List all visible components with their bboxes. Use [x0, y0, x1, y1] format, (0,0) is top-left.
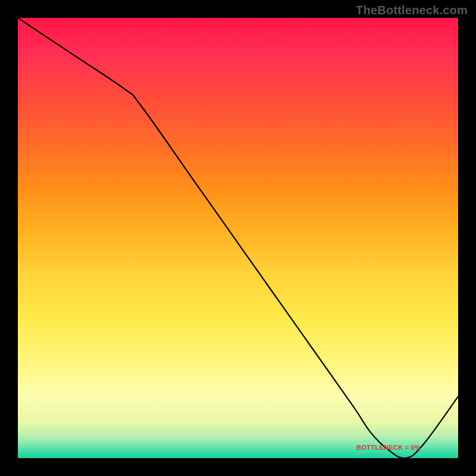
- bottleneck-curve: [18, 18, 458, 458]
- plot-frame: BOTTLENECK = 0%: [18, 18, 458, 458]
- chart-container: TheBottleneck.com BOTTLENECK = 0%: [0, 0, 476, 476]
- plot-area: BOTTLENECK = 0%: [18, 18, 458, 458]
- watermark-text: TheBottleneck.com: [356, 4, 468, 17]
- min-marker-label: BOTTLENECK = 0%: [356, 444, 421, 451]
- curve-layer: [18, 18, 458, 458]
